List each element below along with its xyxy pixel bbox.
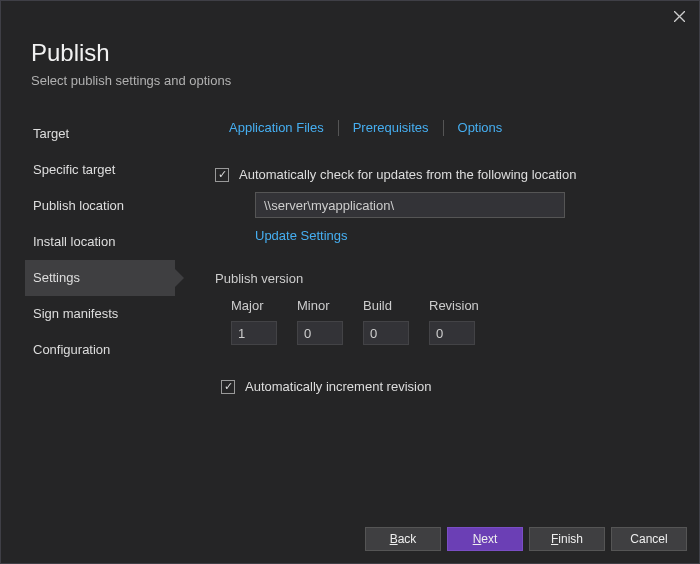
tab-application-files[interactable]: Application Files xyxy=(215,118,338,137)
page-subtitle: Select publish settings and options xyxy=(31,73,669,88)
auto-update-checkbox[interactable] xyxy=(215,168,229,182)
auto-increment-checkbox[interactable] xyxy=(221,380,235,394)
update-settings-link[interactable]: Update Settings xyxy=(255,228,348,243)
next-button[interactable]: Next xyxy=(447,527,523,551)
tab-prerequisites[interactable]: Prerequisites xyxy=(339,118,443,137)
major-label: Major xyxy=(231,298,279,313)
close-icon xyxy=(674,11,685,22)
sidebar-item-install-location[interactable]: Install location xyxy=(25,224,175,260)
sidebar-item-sign-manifests[interactable]: Sign manifests xyxy=(25,296,175,332)
sidebar-item-specific-target[interactable]: Specific target xyxy=(25,152,175,188)
auto-update-label: Automatically check for updates from the… xyxy=(239,167,576,182)
sidebar-item-configuration[interactable]: Configuration xyxy=(25,332,175,368)
sidebar-item-publish-location[interactable]: Publish location xyxy=(25,188,175,224)
auto-increment-label: Automatically increment revision xyxy=(245,379,431,394)
update-location-input[interactable] xyxy=(255,192,565,218)
cancel-button[interactable]: Cancel xyxy=(611,527,687,551)
revision-input[interactable] xyxy=(429,321,475,345)
build-input[interactable] xyxy=(363,321,409,345)
dialog-footer: Back Next Finish Cancel xyxy=(365,527,687,551)
dialog-header: Publish Select publish settings and opti… xyxy=(1,31,699,106)
page-title: Publish xyxy=(31,39,669,67)
tab-options[interactable]: Options xyxy=(444,118,517,137)
sidebar-item-target[interactable]: Target xyxy=(25,116,175,152)
titlebar xyxy=(1,1,699,31)
revision-label: Revision xyxy=(429,298,477,313)
minor-label: Minor xyxy=(297,298,345,313)
finish-button[interactable]: Finish xyxy=(529,527,605,551)
back-button[interactable]: Back xyxy=(365,527,441,551)
publish-version-label: Publish version xyxy=(215,271,675,286)
settings-panel: Application Files Prerequisites Options … xyxy=(175,116,675,394)
version-fields: Major Minor Build Revision xyxy=(231,298,675,345)
build-label: Build xyxy=(363,298,411,313)
close-button[interactable] xyxy=(659,2,699,30)
minor-input[interactable] xyxy=(297,321,343,345)
sidebar-item-settings[interactable]: Settings xyxy=(25,260,175,296)
settings-tabs: Application Files Prerequisites Options xyxy=(215,118,675,137)
publish-dialog: Publish Select publish settings and opti… xyxy=(0,0,700,564)
sidebar: Target Specific target Publish location … xyxy=(25,116,175,394)
major-input[interactable] xyxy=(231,321,277,345)
